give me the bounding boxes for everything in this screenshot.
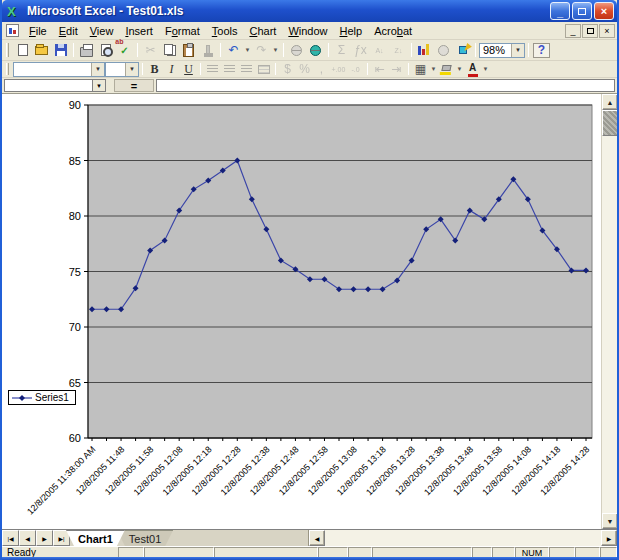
scroll-down-icon[interactable]: ▼ — [602, 513, 618, 529]
menu-insert[interactable]: Insert — [119, 23, 159, 39]
font-color-icon: A — [469, 64, 476, 72]
fill-color-button[interactable] — [438, 62, 455, 77]
web-toolbar-button[interactable] — [306, 42, 325, 59]
bold-button[interactable]: B — [146, 62, 163, 77]
chart-legend[interactable]: Series1 — [8, 390, 76, 405]
y-axis-label: 70 — [69, 321, 81, 333]
fill-color-icon — [441, 65, 451, 71]
equals-button[interactable]: = — [114, 79, 154, 92]
print-icon — [80, 47, 93, 57]
undo-button[interactable]: ↶ — [224, 42, 243, 59]
decrease-decimal-icon: -.0 — [351, 66, 359, 73]
increase-indent-icon: ⇥ — [391, 62, 401, 76]
close-button[interactable]: × — [594, 2, 614, 20]
increase-indent-button: ⇥ — [388, 62, 405, 77]
status-panel — [214, 547, 318, 557]
drawing-button[interactable] — [453, 42, 472, 59]
copy-button[interactable] — [160, 42, 179, 59]
undo-icon: ↶ — [228, 43, 238, 57]
toolbar-drag-handle[interactable] — [6, 63, 9, 74]
borders-button[interactable]: ▦ — [412, 62, 429, 77]
paste-button[interactable] — [179, 42, 198, 59]
spelling-button[interactable]: ✓ — [115, 42, 134, 59]
zoom-combo[interactable]: 98%▼ — [479, 43, 525, 58]
menu-file[interactable]: File — [23, 23, 53, 39]
toolbar-separator — [411, 43, 412, 57]
redo-button: ↷ — [252, 42, 271, 59]
status-mode: Ready — [2, 547, 118, 557]
insert-hyperlink-icon — [291, 45, 302, 56]
tab-scroll-next-button[interactable]: ▶ — [36, 530, 53, 546]
scroll-right-icon[interactable]: ▶ — [601, 530, 617, 546]
restore-button[interactable] — [572, 2, 592, 20]
name-box-dropdown-icon[interactable]: ▼ — [92, 79, 106, 92]
status-panels: NUM — [118, 547, 617, 557]
status-panel — [372, 547, 472, 557]
zoom-value[interactable]: 98% — [480, 44, 511, 56]
name-box[interactable] — [4, 79, 92, 92]
worksheet-icon — [6, 24, 19, 37]
vertical-scrollbar[interactable]: ▲ ▼ — [601, 94, 617, 529]
menu-help[interactable]: Help — [334, 23, 369, 39]
italic-button[interactable]: I — [163, 62, 180, 77]
y-axis-label: 60 — [69, 432, 81, 444]
decrease-indent-button: ⇤ — [371, 62, 388, 77]
chart-svg[interactable]: 6065707580859012/8/2005 11:38:00 AM12/8/… — [2, 94, 601, 530]
minimize-button[interactable]: _ — [550, 2, 570, 20]
undo-dropdown-icon[interactable]: ▼ — [243, 42, 252, 59]
print-preview-button[interactable] — [96, 42, 115, 59]
toolbar-separator — [200, 63, 201, 74]
font-color-dropdown-icon[interactable]: ▼ — [481, 61, 490, 78]
close-document-button[interactable]: × — [599, 24, 615, 38]
menu-view[interactable]: View — [84, 23, 120, 39]
scroll-left-icon[interactable]: ◀ — [309, 530, 325, 546]
excel-window: X Microsoft Excel - Test01.xls _× FileEd… — [0, 0, 619, 560]
chart-wizard-icon — [418, 46, 421, 55]
restore-document-button[interactable] — [582, 24, 598, 38]
print-button[interactable] — [77, 42, 96, 59]
font-size-dropdown-icon[interactable]: ▼ — [125, 63, 138, 76]
menu-tools[interactable]: Tools — [206, 23, 244, 39]
paste-function-button: ƒx — [351, 42, 370, 59]
scroll-up-icon[interactable]: ▲ — [602, 94, 618, 110]
font-name-combo[interactable]: ▼ — [13, 62, 105, 77]
y-axis-label: 65 — [69, 377, 81, 389]
menu-bar: FileEditViewInsertFormatToolsChartWindow… — [2, 22, 617, 40]
window-title: Microsoft Excel - Test01.xls — [27, 4, 550, 18]
sheet-tab-test01[interactable]: Test01 — [117, 530, 173, 546]
font-color-button[interactable]: A — [464, 62, 481, 77]
formula-input[interactable] — [156, 79, 615, 92]
toolbar-drag-handle[interactable] — [6, 43, 9, 57]
chart-wizard-button[interactable] — [415, 42, 434, 59]
save-button[interactable] — [51, 42, 70, 59]
menu-acrobat[interactable]: Acrobat — [368, 23, 418, 39]
insert-hyperlink-button — [287, 42, 306, 59]
sheet-tab-chart1[interactable]: Chart1 — [66, 530, 125, 546]
window-controls: _× — [550, 2, 614, 20]
increase-decimal-icon: +.00 — [332, 66, 346, 73]
font-size-combo[interactable]: ▼ — [105, 62, 139, 77]
map-icon — [438, 45, 449, 56]
tab-scroll-previous-button[interactable]: ◀ — [19, 530, 36, 546]
underline-button[interactable]: U — [180, 62, 197, 77]
font-name-dropdown-icon[interactable]: ▼ — [91, 63, 104, 76]
open-folder-button[interactable] — [32, 42, 51, 59]
new-document-button[interactable] — [13, 42, 32, 59]
formula-bar: ▼ = — [2, 78, 617, 93]
fill-color-dropdown-icon[interactable]: ▼ — [455, 61, 464, 78]
menu-edit[interactable]: Edit — [53, 23, 84, 39]
chart-sheet-area: 6065707580859012/8/2005 11:38:00 AM12/8/… — [2, 93, 617, 529]
vertical-scrollbar-thumb[interactable] — [602, 110, 618, 136]
menu-window[interactable]: Window — [282, 23, 333, 39]
decrease-decimal-button: -.0 — [347, 62, 364, 77]
zoom-dropdown-icon[interactable]: ▼ — [511, 44, 524, 57]
borders-dropdown-icon[interactable]: ▼ — [429, 61, 438, 78]
map-button — [434, 42, 453, 59]
minimize-document-button[interactable]: _ — [565, 24, 581, 38]
tab-scroll-first-button[interactable]: |◀ — [2, 530, 19, 546]
copy-icon — [167, 45, 176, 56]
help-button[interactable]: ? — [532, 42, 551, 59]
menu-format[interactable]: Format — [159, 23, 206, 39]
menu-chart[interactable]: Chart — [243, 23, 282, 39]
horizontal-scrollbar[interactable]: ◀ ▶ — [308, 530, 617, 546]
